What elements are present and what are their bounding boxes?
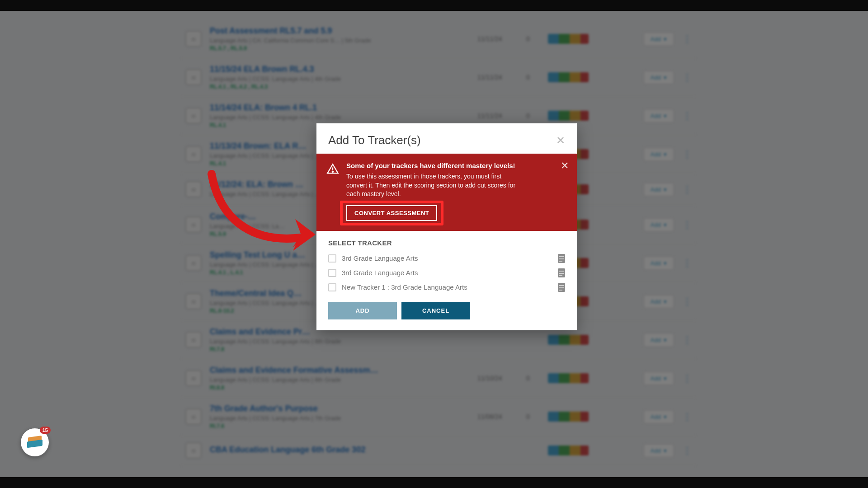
alert-close-icon[interactable]: ✕: [561, 160, 569, 172]
tracker-checkbox[interactable]: [328, 254, 336, 263]
alert-title: Some of your trackers have different mas…: [346, 162, 567, 169]
close-icon[interactable]: ✕: [556, 134, 565, 147]
tracker-row[interactable]: 3rd Grade Language Arts: [316, 266, 577, 280]
convert-assessment-button[interactable]: CONVERT ASSESSMENT: [346, 205, 437, 221]
tracker-row[interactable]: 3rd Grade Language Arts: [316, 251, 577, 266]
notebook-icon: [558, 283, 565, 292]
notebook-icon: [558, 254, 565, 263]
tracker-checkbox[interactable]: [328, 269, 336, 277]
notebook-icon: [558, 268, 565, 277]
modal-header: Add To Tracker(s) ✕: [316, 123, 577, 154]
modal-actions: ADD CANCEL: [316, 295, 577, 330]
tracker-label: 3rd Grade Language Arts: [342, 269, 552, 277]
modal-title: Add To Tracker(s): [328, 133, 421, 147]
select-tracker-heading: SELECT TRACKER: [316, 231, 577, 251]
tracker-label: New Tracker 1 : 3rd Grade Language Arts: [342, 283, 552, 291]
cancel-button[interactable]: CANCEL: [401, 302, 470, 319]
tracker-row[interactable]: New Tracker 1 : 3rd Grade Language Arts: [316, 280, 577, 295]
svg-point-1: [332, 171, 333, 172]
tracker-label: 3rd Grade Language Arts: [342, 254, 552, 262]
warning-icon: [326, 162, 339, 221]
add-to-tracker-modal: Add To Tracker(s) ✕ Some of your tracker…: [316, 123, 577, 330]
help-widget[interactable]: 15: [21, 428, 49, 456]
tracker-list: 3rd Grade Language Arts3rd Grade Languag…: [316, 251, 577, 295]
add-button[interactable]: ADD: [328, 302, 397, 319]
viewport: ▤Post Assessment RL5.7 and 5.9Language A…: [0, 0, 868, 488]
alert-text: To use this assessment in those trackers…: [346, 172, 523, 199]
tracker-checkbox[interactable]: [328, 283, 336, 291]
help-widget-badge: 15: [40, 427, 51, 434]
mastery-warning-alert: Some of your trackers have different mas…: [316, 154, 577, 231]
